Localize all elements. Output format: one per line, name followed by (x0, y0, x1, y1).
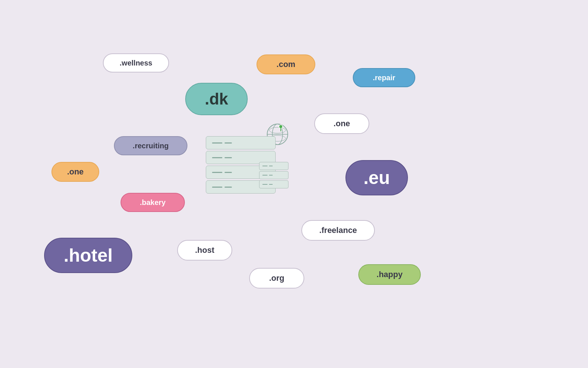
server-unit-1 (206, 136, 276, 149)
badge-org[interactable]: .org (249, 268, 304, 289)
server-small-unit-1 (259, 162, 288, 170)
svg-point-3 (269, 127, 286, 133)
badge-repair[interactable]: .repair (353, 68, 415, 87)
server-illustration (206, 121, 294, 202)
badge-bakery[interactable]: .bakery (121, 193, 185, 212)
server-small-stack (259, 162, 288, 190)
badge-freelance[interactable]: .freelance (301, 220, 375, 241)
badge-one-orange[interactable]: .one (51, 162, 99, 182)
server-small-unit-3 (259, 180, 288, 188)
badge-hotel[interactable]: .hotel (44, 238, 132, 273)
badge-one-white[interactable]: .one (314, 113, 369, 134)
badge-happy[interactable]: .happy (358, 264, 421, 285)
svg-point-5 (279, 125, 283, 128)
badge-com[interactable]: .com (257, 54, 315, 74)
badge-recruiting[interactable]: .recruiting (114, 136, 187, 155)
server-small-unit-2 (259, 171, 288, 179)
badge-host[interactable]: .host (177, 240, 232, 261)
badge-wellness[interactable]: .wellness (103, 53, 169, 72)
badge-eu[interactable]: .eu (345, 160, 408, 195)
badge-dk[interactable]: .dk (185, 83, 248, 115)
